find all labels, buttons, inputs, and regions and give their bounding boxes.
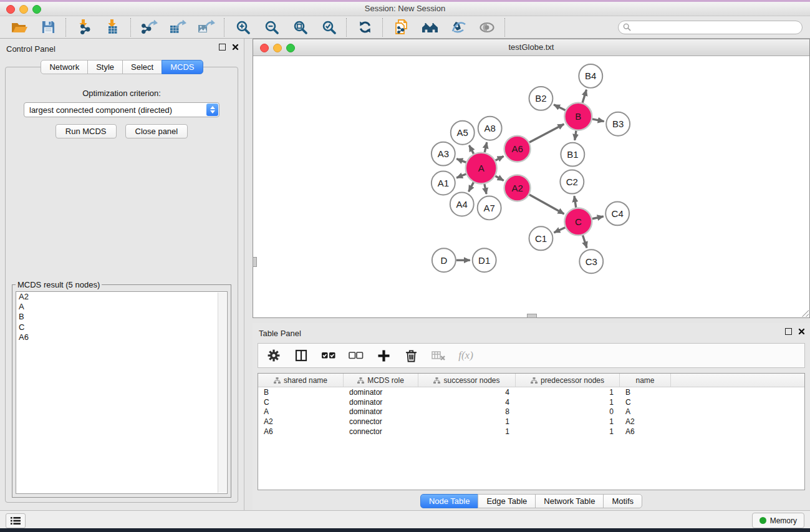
table-row[interactable]: Cdominator41C [258, 397, 804, 407]
criterion-dropdown[interactable]: largest connected component (directed) [24, 102, 219, 117]
table-cell[interactable]: A2 [258, 417, 344, 426]
table-row[interactable]: A2connector11A2 [258, 417, 804, 427]
node-C2[interactable]: C2 [560, 170, 584, 194]
table-cell[interactable]: dominator [344, 407, 418, 416]
edge-A-A3[interactable] [456, 159, 466, 163]
node-B1[interactable]: B1 [561, 143, 584, 167]
node-A8[interactable]: A8 [478, 117, 502, 140]
tab-select[interactable]: Select [122, 60, 162, 74]
edge-B-B2[interactable] [554, 105, 566, 110]
table-cell[interactable]: connector [344, 417, 418, 426]
table-cell[interactable]: 4 [418, 388, 516, 397]
mcds-result-item[interactable]: A6 [16, 332, 227, 342]
save-session-icon[interactable] [36, 17, 60, 37]
table-row[interactable]: Bdominator41B [258, 387, 804, 397]
network-canvas[interactable]: B4B2BB3A8A5A6A3B1AC2A1A2A4A7C4CC1C3DD1 [253, 56, 809, 317]
task-history-button[interactable] [6, 513, 26, 528]
node-B4[interactable]: B4 [579, 64, 602, 88]
close-table-panel-icon[interactable] [798, 328, 805, 335]
edge-A-A4[interactable] [469, 182, 474, 191]
table-cell[interactable]: 1 [418, 427, 516, 436]
node-A2[interactable]: A2 [504, 175, 531, 201]
table-row[interactable]: A6connector11A6 [258, 427, 804, 437]
table-cell[interactable]: dominator [344, 388, 418, 397]
new-session-icon[interactable] [389, 17, 413, 37]
network-graph[interactable]: B4B2BB3A8A5A6A3B1AC2A1A2A4A7C4CC1C3DD1 [253, 56, 809, 317]
tab-mcds[interactable]: MCDS [162, 60, 203, 74]
tab-edge-table[interactable]: Edge Table [478, 494, 536, 508]
node-A5[interactable]: A5 [451, 121, 475, 145]
memory-button[interactable]: Memory [752, 513, 804, 528]
node-B3[interactable]: B3 [606, 112, 630, 136]
table-cell[interactable]: C [258, 398, 344, 407]
node-C3[interactable]: C3 [579, 249, 603, 273]
table-cell[interactable]: A2 [620, 417, 671, 426]
refresh-icon[interactable] [353, 17, 377, 37]
edge-A-A7[interactable] [485, 184, 486, 194]
edge-A6-B[interactable] [529, 124, 564, 142]
table-cell[interactable]: A [258, 407, 344, 416]
mcds-result-list[interactable]: A2ABCA6 [16, 291, 228, 494]
table-cell[interactable]: B [258, 388, 344, 397]
table-cell[interactable]: A6 [258, 427, 344, 436]
table-row[interactable]: Adominator80A [258, 407, 804, 417]
edge-C-C4[interactable] [592, 216, 604, 219]
edge-A-A8[interactable] [485, 142, 486, 152]
table-cell[interactable]: 0 [516, 407, 620, 416]
import-table-icon[interactable] [101, 17, 125, 37]
table-cell[interactable]: B [620, 388, 671, 397]
column-header-shared-name[interactable]: shared name [258, 374, 344, 387]
node-A1[interactable]: A1 [432, 172, 455, 195]
table-cell[interactable]: 1 [516, 388, 620, 397]
search-box[interactable] [618, 21, 803, 34]
add-row-icon[interactable] [374, 346, 393, 365]
tab-network[interactable]: Network [41, 60, 88, 74]
table-cell[interactable]: 1 [418, 417, 516, 426]
column-header-name[interactable]: name [620, 374, 671, 387]
zoom-fit-icon[interactable] [288, 17, 312, 37]
edge-A-A2[interactable] [495, 176, 503, 180]
run-mcds-button[interactable]: Run MCDS [55, 124, 117, 138]
node-D[interactable]: D [432, 248, 456, 272]
splitter-handle[interactable] [253, 257, 257, 267]
result-list-scrollbar[interactable] [218, 293, 226, 493]
edge-B-B1[interactable] [575, 131, 576, 140]
edge-C-C3[interactable] [583, 235, 587, 248]
zoom-selected-icon[interactable] [317, 17, 340, 37]
node-A6[interactable]: A6 [504, 136, 531, 162]
export-network-icon[interactable] [137, 17, 161, 37]
table-cell[interactable]: connector [344, 427, 418, 436]
table-cell[interactable]: A6 [620, 427, 671, 436]
float-table-panel-icon[interactable] [785, 328, 792, 335]
delete-row-icon[interactable] [402, 346, 420, 365]
mcds-result-item[interactable]: A [16, 302, 227, 312]
close-panel-icon[interactable] [232, 44, 239, 51]
function-icon[interactable]: f(x) [456, 346, 475, 365]
edge-A-A6[interactable] [496, 156, 504, 160]
node-A4[interactable]: A4 [450, 192, 474, 216]
node-B[interactable]: B [564, 103, 592, 130]
table-cell[interactable]: 4 [418, 398, 516, 407]
search-input[interactable] [634, 22, 798, 32]
tab-motifs[interactable]: Motifs [603, 494, 642, 508]
edge-C-C1[interactable] [554, 228, 565, 233]
table-cell[interactable]: C [620, 398, 671, 407]
table-cell[interactable]: 1 [516, 398, 620, 407]
import-network-icon[interactable] [72, 17, 96, 37]
edge-A2-C[interactable] [529, 195, 564, 214]
node-A3[interactable]: A3 [432, 142, 455, 166]
tab-node-table[interactable]: Node Table [420, 494, 479, 508]
gear-icon[interactable] [264, 346, 283, 365]
column-header-successor-nodes[interactable]: successor nodes [418, 374, 516, 387]
close-panel-button[interactable]: Close panel [125, 124, 188, 138]
table-cell[interactable]: 1 [516, 427, 620, 436]
table-cell[interactable]: 1 [516, 417, 620, 426]
column-header-predecessor-nodes[interactable]: predecessor nodes [516, 374, 620, 387]
node-A[interactable]: A [466, 153, 497, 184]
mcds-result-item[interactable]: B [16, 312, 227, 322]
float-panel-icon[interactable] [219, 44, 226, 51]
deselect-all-icon[interactable] [347, 346, 365, 365]
show-eye-icon[interactable] [475, 17, 499, 37]
node-C1[interactable]: C1 [529, 226, 553, 250]
zoom-out-icon[interactable] [259, 17, 283, 37]
